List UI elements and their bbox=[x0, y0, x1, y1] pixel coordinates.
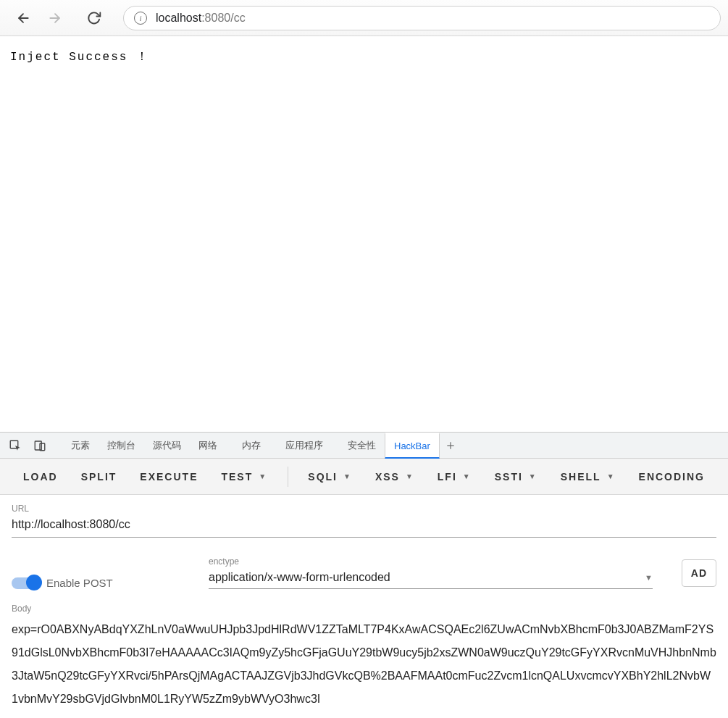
tab-console[interactable]: 控制台 bbox=[99, 433, 144, 459]
plus-icon bbox=[445, 441, 456, 451]
chevron-down-icon: ▼ bbox=[607, 472, 616, 480]
ssti-button[interactable]: SSTI▼ bbox=[485, 465, 548, 488]
page-content: Inject Success ！ bbox=[0, 36, 728, 432]
devtools-tabstrip: 元素 控制台 源代码 网络 内存 应用程序 安全性 HackBar bbox=[0, 433, 728, 459]
arrow-left-icon bbox=[16, 11, 30, 25]
xss-button[interactable]: XSS▼ bbox=[365, 465, 424, 488]
svg-rect-3 bbox=[35, 441, 41, 450]
enable-post-toggle[interactable] bbox=[12, 577, 41, 589]
url-label: URL bbox=[12, 504, 716, 514]
tab-security[interactable]: 安全性 bbox=[339, 433, 385, 459]
browser-navbar: i localhost:8080/cc bbox=[0, 0, 728, 36]
add-button[interactable]: AD bbox=[682, 559, 716, 587]
enctype-select[interactable]: application/x-www-form-urlencoded ▼ bbox=[209, 568, 653, 589]
xss-label: XSS bbox=[375, 471, 400, 483]
split-button[interactable]: SPLIT bbox=[71, 465, 127, 488]
ssti-label: SSTI bbox=[495, 471, 523, 483]
back-button[interactable] bbox=[10, 5, 36, 31]
enctype-value: application/x-www-form-urlencoded bbox=[209, 571, 645, 584]
chevron-down-icon: ▼ bbox=[645, 573, 653, 582]
enctype-label: enctype bbox=[209, 556, 653, 567]
enable-post-label: Enable POST bbox=[46, 577, 113, 589]
arrow-right-icon bbox=[48, 11, 62, 25]
inspect-element-button[interactable] bbox=[6, 436, 25, 455]
site-info-icon[interactable]: i bbox=[134, 12, 147, 25]
lfi-label: LFI bbox=[438, 471, 457, 483]
body-textarea[interactable]: exp=rO0ABXNyABdqYXZhLnV0aWwuUHJpb3JpdHlR… bbox=[12, 615, 716, 711]
address-bar[interactable]: i localhost:8080/cc bbox=[123, 6, 721, 30]
enctype-field: enctype application/x-www-form-urlencode… bbox=[209, 556, 653, 589]
url-input[interactable] bbox=[12, 515, 716, 538]
chevron-down-icon: ▼ bbox=[406, 472, 414, 480]
url-host: localhost bbox=[156, 12, 201, 24]
inspect-icon bbox=[9, 439, 22, 452]
post-row: Enable POST enctype application/x-www-fo… bbox=[12, 556, 716, 589]
chevron-down-icon: ▼ bbox=[343, 472, 352, 480]
lfi-button[interactable]: LFI▼ bbox=[427, 465, 482, 488]
load-button[interactable]: LOAD bbox=[13, 465, 68, 488]
body-section: Body exp=rO0ABXNyABdqYXZhLnV0aWwuUHJpb3J… bbox=[12, 604, 716, 711]
enable-post-toggle-wrap: Enable POST bbox=[12, 577, 193, 589]
reload-button[interactable] bbox=[81, 5, 107, 31]
hackbar-fields: URL Enable POST enctype application/x-ww… bbox=[0, 495, 728, 711]
body-label: Body bbox=[12, 604, 716, 614]
shell-label: SHELL bbox=[561, 471, 601, 483]
page-message: Inject Success ！ bbox=[10, 51, 149, 64]
encoding-label: ENCODING bbox=[639, 471, 705, 483]
device-toolbar-button[interactable] bbox=[30, 436, 49, 455]
device-icon bbox=[33, 439, 46, 452]
tab-sources[interactable]: 源代码 bbox=[144, 433, 190, 459]
tab-hackbar[interactable]: HackBar bbox=[385, 433, 440, 459]
url-display: localhost:8080/cc bbox=[156, 12, 246, 25]
execute-button[interactable]: EXECUTE bbox=[130, 465, 208, 488]
chevron-down-icon: ▼ bbox=[529, 472, 537, 480]
devtools-panel: 元素 控制台 源代码 网络 内存 应用程序 安全性 HackBar LOAD S… bbox=[0, 432, 728, 711]
chevron-down-icon: ▼ bbox=[463, 472, 472, 480]
encoding-button[interactable]: ENCODING bbox=[629, 465, 715, 488]
chevron-down-icon: ▼ bbox=[259, 472, 267, 480]
tab-application[interactable]: 应用程序 bbox=[277, 433, 332, 459]
test-label: TEST bbox=[221, 471, 253, 483]
tab-elements[interactable]: 元素 bbox=[62, 433, 99, 459]
toggle-knob bbox=[26, 575, 42, 590]
reload-icon bbox=[87, 11, 101, 25]
tab-network[interactable]: 网络 bbox=[190, 433, 226, 459]
svg-rect-4 bbox=[40, 443, 45, 451]
test-button[interactable]: TEST▼ bbox=[211, 465, 277, 488]
tab-memory[interactable]: 内存 bbox=[233, 433, 269, 459]
hackbar-toolbar: LOAD SPLIT EXECUTE TEST▼ SQLI▼ XSS▼ LFI▼… bbox=[0, 459, 728, 495]
forward-button[interactable] bbox=[42, 5, 68, 31]
sqli-button[interactable]: SQLI▼ bbox=[298, 465, 362, 488]
url-path: :8080/cc bbox=[201, 12, 245, 24]
shell-button[interactable]: SHELL▼ bbox=[551, 465, 626, 488]
add-tab-button[interactable] bbox=[440, 441, 461, 451]
sqli-label: SQLI bbox=[308, 471, 338, 483]
